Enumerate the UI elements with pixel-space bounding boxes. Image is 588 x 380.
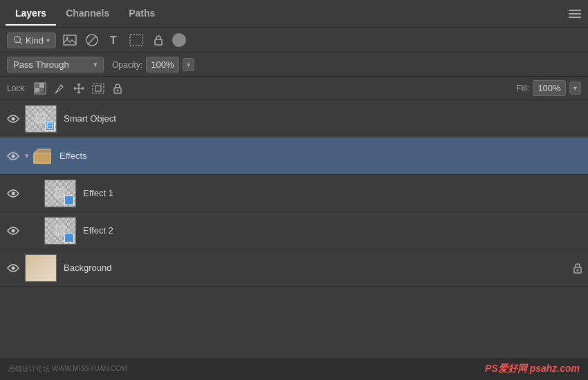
- layer-name-smart-object: Smart Object: [64, 113, 582, 124]
- layer-thumb-background: [25, 254, 57, 282]
- svg-rect-8: [155, 39, 162, 45]
- opacity-chevron[interactable]: ▾: [183, 58, 194, 71]
- layer-name-effects: Effects: [59, 151, 582, 161]
- lock-fill-row: Lock:: [0, 77, 588, 100]
- visibility-icon-effects[interactable]: [6, 149, 21, 164]
- fill-section: Fill: 100% ▾: [516, 80, 581, 96]
- watermark-right: PS爱好网 psahz.com: [485, 363, 580, 375]
- lock-label: Lock:: [7, 84, 27, 93]
- smart-object-icon[interactable]: [150, 32, 167, 48]
- fill-chevron[interactable]: ▾: [569, 82, 581, 95]
- layer-row-effects[interactable]: ▾ Effects: [0, 137, 588, 175]
- layer-thumb-smart-object: [25, 105, 57, 133]
- svg-point-0: [15, 37, 21, 43]
- svg-rect-10: [39, 83, 44, 88]
- svg-rect-2: [64, 35, 76, 45]
- svg-rect-16: [95, 86, 101, 91]
- svg-rect-11: [35, 88, 39, 93]
- group-expand-icon[interactable]: ▾: [25, 151, 29, 160]
- search-icon: [13, 35, 23, 45]
- tab-paths[interactable]: Paths: [119, 2, 165, 26]
- lock-transparent-button[interactable]: [33, 81, 48, 96]
- kind-label: Kind: [26, 35, 44, 46]
- svg-point-28: [577, 269, 579, 271]
- svg-point-22: [12, 154, 15, 158]
- svg-rect-15: [93, 84, 104, 93]
- shape-icon[interactable]: [128, 32, 145, 48]
- svg-rect-12: [39, 88, 44, 93]
- layer-thumb-effect2: [44, 217, 76, 245]
- layer-name-effect1: Effect 1: [83, 188, 582, 198]
- opacity-section: Opacity: 100% ▾: [112, 57, 194, 73]
- layer-thumb-effect1: [44, 180, 76, 207]
- visibility-icon-effect1[interactable]: [6, 186, 21, 201]
- lock-position-button[interactable]: [71, 81, 86, 96]
- kind-toolbar-row: Kind ▾ T: [0, 28, 588, 53]
- svg-point-25: [12, 229, 15, 232]
- layers-list: Smart Object ▾ Effects: [0, 100, 588, 358]
- opacity-value[interactable]: 100%: [146, 57, 179, 73]
- svg-point-26: [12, 266, 15, 269]
- fill-value[interactable]: 100%: [533, 80, 566, 96]
- tab-channels[interactable]: Channels: [56, 2, 119, 26]
- layer-row-effect2[interactable]: Effect 2: [0, 212, 588, 249]
- kind-dropdown[interactable]: Kind ▾: [7, 32, 56, 48]
- layer-thumb-effects-group: [32, 146, 53, 167]
- lock-artboard-button[interactable]: [91, 81, 106, 96]
- visibility-icon-smart-object[interactable]: [6, 111, 21, 126]
- svg-line-1: [20, 42, 23, 45]
- blend-opacity-row: Pass Through ▾ Opacity: 100% ▾: [0, 53, 588, 77]
- svg-point-24: [12, 191, 15, 195]
- kind-chevron: ▾: [46, 37, 50, 44]
- blend-mode-label: Pass Through: [13, 59, 91, 70]
- lock-image-pixels-button[interactable]: [52, 81, 67, 96]
- layer-row-smart-object[interactable]: Smart Object: [0, 100, 588, 137]
- image-icon[interactable]: [62, 32, 78, 48]
- watermark-left: 思锐设计论坛 WWW.MISSYUAN.COM: [8, 364, 127, 374]
- pixel-filter-icon[interactable]: [172, 33, 186, 47]
- type-icon[interactable]: T: [106, 32, 122, 48]
- svg-point-19: [12, 117, 15, 120]
- svg-rect-23: [34, 153, 50, 163]
- tab-layers[interactable]: Layers: [6, 2, 56, 26]
- panel-menu-icon[interactable]: [569, 10, 581, 18]
- tab-bar: Layers Channels Paths: [0, 0, 588, 28]
- layers-panel: Layers Channels Paths Kind ▾: [0, 0, 588, 380]
- visibility-icon-background[interactable]: [6, 260, 21, 276]
- svg-text:T: T: [110, 35, 117, 46]
- svg-line-5: [88, 36, 96, 44]
- layer-name-background: Background: [64, 263, 573, 273]
- lock-all-button[interactable]: [110, 81, 125, 96]
- svg-line-14: [61, 85, 63, 87]
- layer-row-effect1[interactable]: Effect 1: [0, 175, 588, 212]
- svg-rect-9: [35, 83, 39, 88]
- blend-mode-dropdown[interactable]: Pass Through ▾: [7, 57, 104, 73]
- svg-rect-7: [130, 35, 143, 46]
- layer-locked-icon: [573, 261, 582, 274]
- lock-icons-group: [33, 81, 125, 96]
- opacity-label: Opacity:: [112, 60, 143, 70]
- layer-name-effect2: Effect 2: [83, 225, 582, 236]
- layer-row-background[interactable]: Background: [0, 249, 588, 287]
- svg-point-18: [116, 89, 118, 91]
- watermark-bar: 思锐设计论坛 WWW.MISSYUAN.COM PS爱好网 psahz.com: [0, 358, 588, 380]
- visibility-icon-effect2[interactable]: [6, 223, 21, 238]
- fill-label: Fill:: [516, 84, 529, 93]
- blend-chevron: ▾: [93, 60, 98, 69]
- adjustment-icon[interactable]: [84, 32, 100, 48]
